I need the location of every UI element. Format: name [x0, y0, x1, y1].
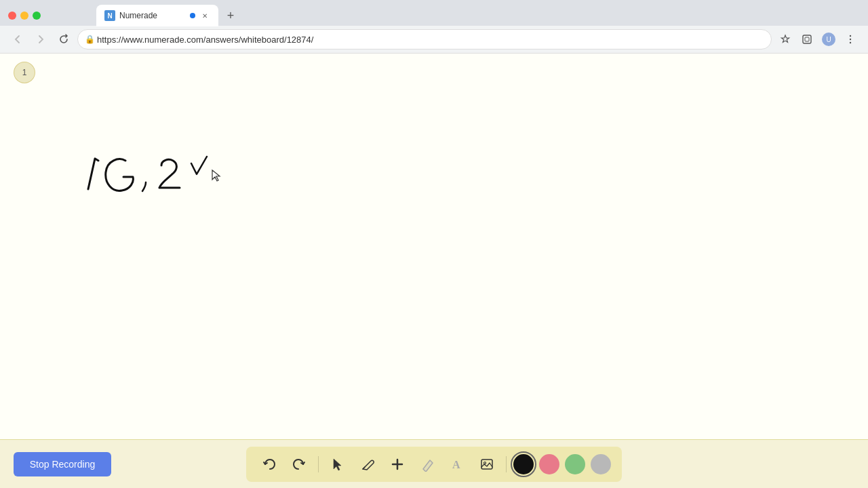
eraser-icon: [420, 457, 435, 472]
svg-point-3: [850, 39, 851, 40]
page-number: 1: [22, 68, 27, 77]
forward-icon: [35, 34, 46, 45]
pen-tool-button[interactable]: [355, 452, 380, 476]
active-tab[interactable]: N Numerade ✕: [96, 5, 218, 26]
avatar: U: [822, 33, 835, 46]
maximize-button[interactable]: [33, 12, 41, 20]
extensions-button[interactable]: [797, 30, 816, 49]
reload-button[interactable]: [54, 30, 73, 49]
svg-text:A: A: [452, 459, 460, 470]
address-bar-row: 🔒 https://www.numerade.com/answers/white…: [0, 26, 868, 53]
tabs-bar: N Numerade ✕ +: [49, 5, 240, 26]
reload-icon: [58, 34, 69, 45]
drawing-tools-panel: A: [246, 447, 622, 482]
undo-icon: [262, 457, 277, 472]
back-icon: [12, 34, 23, 45]
color-green-button[interactable]: [565, 454, 585, 474]
svg-rect-0: [803, 35, 811, 43]
lock-icon: 🔒: [85, 35, 95, 44]
redo-button[interactable]: [287, 452, 311, 476]
title-bar: N Numerade ✕ +: [0, 0, 868, 26]
separator-2: [506, 456, 507, 472]
add-tool-button[interactable]: [385, 452, 410, 476]
undo-button[interactable]: [257, 452, 281, 476]
menu-dots-icon: [845, 34, 856, 45]
select-icon: [330, 457, 345, 472]
color-gray-button[interactable]: [591, 454, 611, 474]
bottom-toolbar: Stop Recording: [0, 439, 868, 488]
svg-point-9: [484, 462, 486, 464]
tab-favicon: N: [104, 10, 115, 21]
handwriting-area: [81, 148, 251, 205]
color-pink-button[interactable]: [539, 454, 559, 474]
tab-recording-indicator: [190, 13, 195, 18]
menu-button[interactable]: [841, 30, 860, 49]
star-icon: [780, 34, 791, 45]
image-tool-button[interactable]: [475, 452, 499, 476]
profile-button[interactable]: U: [819, 30, 838, 49]
pen-icon: [360, 457, 375, 472]
select-tool-button[interactable]: [326, 452, 350, 476]
url-text: https://www.numerade.com/answers/whitebo…: [97, 35, 313, 45]
browser-chrome: N Numerade ✕ + 🔒 htt: [0, 0, 868, 54]
close-button[interactable]: [8, 12, 16, 20]
stop-recording-button[interactable]: Stop Recording: [14, 452, 111, 476]
image-icon: [479, 457, 494, 472]
color-black-button[interactable]: [513, 454, 534, 474]
window-controls: [8, 12, 41, 20]
add-icon: [390, 457, 405, 472]
tab-title: Numerade: [119, 11, 186, 20]
minimize-button[interactable]: [20, 12, 28, 20]
bookmark-button[interactable]: [776, 30, 795, 49]
text-tool-button[interactable]: A: [445, 452, 469, 476]
whiteboard-canvas[interactable]: 1: [0, 54, 868, 440]
address-bar[interactable]: 🔒 https://www.numerade.com/answers/white…: [77, 29, 772, 49]
back-button[interactable]: [8, 30, 27, 49]
browser-toolbar-right: U: [776, 30, 860, 49]
tab-close-button[interactable]: ✕: [199, 10, 210, 21]
separator-1: [318, 456, 319, 472]
new-tab-button[interactable]: +: [221, 6, 240, 25]
redo-icon: [292, 457, 307, 472]
svg-point-2: [850, 35, 851, 37]
svg-rect-1: [805, 37, 809, 41]
eraser-tool-button[interactable]: [415, 452, 439, 476]
text-icon: A: [450, 457, 465, 472]
forward-button[interactable]: [31, 30, 50, 49]
puzzle-icon: [802, 34, 812, 45]
handwriting-svg: [81, 148, 251, 203]
svg-point-4: [850, 42, 851, 43]
page-number-badge: 1: [14, 62, 35, 83]
